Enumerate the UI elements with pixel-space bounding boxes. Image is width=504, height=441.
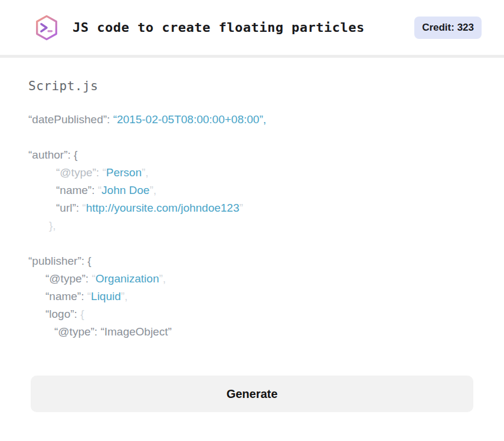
code-token-key: “url”: [56,202,82,214]
code-token-key: “author”: { [28,149,77,161]
code-line [28,235,476,252]
code-line: “@type”: “ImageObject” [28,323,476,341]
code-line: “@type”: “Person”, [28,164,476,182]
code-token-key: “publisher”: { [28,255,91,267]
code-line: “name”: “Liquid”, [28,288,476,305]
code-line: “publisher”: { [28,252,476,270]
code-line: “author”: { [28,146,476,164]
code-token-faint: ”, [121,290,128,302]
code-token-key: “datePublished”: [28,113,113,126]
header-divider [0,55,504,58]
app-header: JS code to create floating particles Cre… [0,0,504,55]
code-token-key: “name”: [45,290,87,302]
code-token-key: “logo”: [45,308,80,320]
code-token-faint: ”, [142,166,149,179]
code-token-value: Liquid [91,290,121,302]
code-token-key: “@type”: “ImageObject” [54,325,172,338]
credit-badge: Credit: 323 [414,17,482,39]
code-line: }, [28,217,476,235]
code-token-value: http://yoursite.com/johndoe123 [86,202,240,214]
code-line: “datePublished”: “2015-02-05T08:00:00+08… [28,111,476,129]
code-line: “@type”: “Organization”, [28,270,476,288]
code-token-faint: ”, [159,272,166,285]
code-token-value: Person [106,166,142,179]
page-title: JS code to create floating particles [73,20,365,35]
code-token-faint: ”, [149,184,156,196]
script-filename-heading: Script.js [28,79,476,93]
prompt-underscore-icon [47,30,53,32]
footer: Generate [0,376,504,412]
code-line: “name”: “John Doe”, [28,182,476,199]
code-block: “datePublished”: “2015-02-05T08:00:00+08… [28,111,476,341]
main-content: Script.js “datePublished”: “2015-02-05T0… [0,79,504,341]
generate-button[interactable]: Generate [31,376,473,412]
code-line: “logo”: { [28,305,476,323]
app-logo-terminal-hexagon-icon [33,14,60,41]
code-line [28,129,476,146]
code-token-key: “@type”: [45,272,91,285]
code-token-value: Organization [96,272,159,285]
code-token-key: “name”: [56,184,98,196]
code-token-value: “2015-02-05T08:00:00+08:00”, [113,113,266,126]
code-token-faint: ” [240,202,243,214]
code-token-key-light: “@type”: [56,166,102,179]
prompt-chevron-icon [41,24,47,31]
code-token-faint: { [80,308,84,320]
code-token-faint: }, [49,219,56,232]
code-line: “url”: “http://yoursite.com/johndoe123” [28,199,476,217]
code-token-value: John Doe [102,184,149,196]
